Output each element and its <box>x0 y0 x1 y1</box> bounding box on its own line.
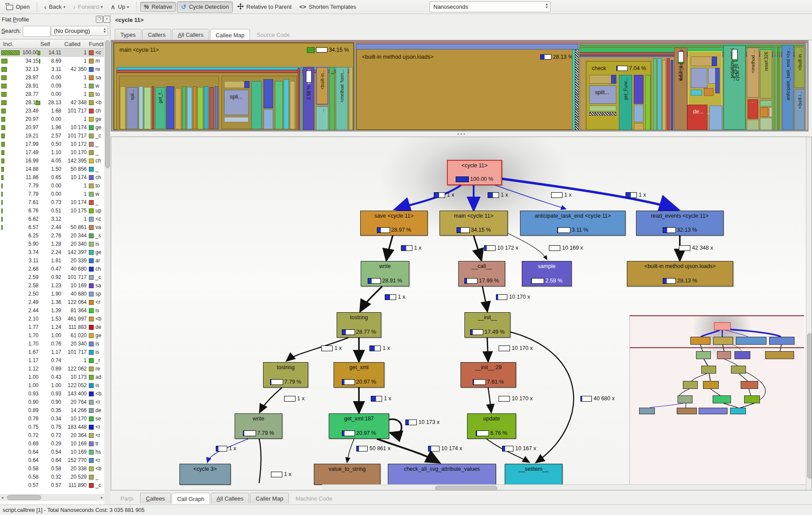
treemap-block[interactable] <box>144 87 151 129</box>
treemap-block[interactable]: anticipate_task_end <cy... <box>782 45 794 130</box>
treemap-block[interactable] <box>197 87 203 129</box>
treemap-block[interactable] <box>760 100 772 106</box>
shorten-templates-toggle[interactable]: <> Shorten Templates <box>296 2 359 11</box>
table-row[interactable]: 28.970.001sa <box>0 74 104 82</box>
table-row[interactable]: 0.890.3514 266de <box>0 406 104 415</box>
table-row[interactable]: 20.970.001ge <box>0 115 104 123</box>
table-row[interactable]: 6.760.5110 175up <box>0 207 104 215</box>
table-row[interactable]: 28.910.091w <box>0 82 104 90</box>
table-row[interactable]: 1.000.4310 173ad <box>0 373 104 381</box>
tab-all-callees[interactable]: All Callees <box>211 493 249 504</box>
treemap-block[interactable] <box>290 81 295 129</box>
forward-button[interactable]: › Forward ▾ <box>70 2 106 11</box>
graph-node-value-to-string[interactable]: value_to_string <box>314 464 380 485</box>
up-button[interactable]: ∧ Up ▾ <box>107 2 132 11</box>
tab-callee-map[interactable]: Callee Map <box>210 29 250 40</box>
treemap-block[interactable] <box>251 81 262 129</box>
graph-overview-minimap[interactable] <box>629 315 804 484</box>
treemap-block[interactable]: <method 'form... <box>336 67 348 130</box>
treemap-block[interactable] <box>645 75 650 130</box>
treemap-block[interactable] <box>805 42 808 130</box>
treemap-block[interactable] <box>760 118 772 130</box>
table-row[interactable]: 7.790.001to <box>0 182 104 190</box>
treemap-block[interactable] <box>152 86 154 129</box>
table-row[interactable]: 28.770.001to <box>0 90 104 99</box>
treemap-block[interactable] <box>747 120 759 130</box>
table-row[interactable]: 6.572.4450 861va <box>0 223 104 232</box>
graph-node-save-cycle-11-[interactable]: save <cycle 11>28.97 % <box>360 211 428 236</box>
treemap-block[interactable]: de... <box>687 105 707 130</box>
close-dock-icon[interactable]: × <box>103 16 110 23</box>
treemap-block[interactable] <box>777 47 779 130</box>
treemap-block[interactable] <box>712 56 717 66</box>
tab-call-graph[interactable]: Call Graph <box>172 493 210 504</box>
grouping-combobox[interactable]: (No Grouping) ▴▾ <box>51 26 108 36</box>
table-row[interactable]: 23.491.68101 717ch <box>0 107 104 115</box>
table-vertical-scrollbar[interactable] <box>105 39 110 504</box>
treemap-block[interactable] <box>182 86 186 129</box>
table-row[interactable]: 0.900.9020 764<r <box>0 398 104 406</box>
table-row[interactable]: 0.790.3410 170se <box>0 415 104 423</box>
treemap-block[interactable] <box>175 88 181 129</box>
table-row[interactable]: 0.720.7220 364<r <box>0 431 104 440</box>
table-row[interactable]: 32.133.1142 350re <box>0 65 104 74</box>
table-row[interactable]: 11.860.6510 174ch <box>0 173 104 182</box>
table-row[interactable]: 1.700.7620 340is <box>0 340 104 348</box>
treemap-block[interactable]: <method ... <box>747 48 759 98</box>
chevron-down-icon[interactable]: ▾ <box>127 5 129 9</box>
treemap-block[interactable] <box>298 68 300 130</box>
treemap-block[interactable] <box>691 90 702 95</box>
treemap-block[interactable] <box>662 60 666 130</box>
treemap-block[interactable]: r... <box>329 67 335 130</box>
chevron-down-icon[interactable]: ▾ <box>101 5 103 9</box>
tab-all-callers[interactable]: All Callers <box>172 29 209 40</box>
table-horizontal-scrollbar[interactable]: ◂ ▸ <box>0 494 104 501</box>
treemap-block[interactable] <box>773 47 775 130</box>
table-header[interactable]: Incl.SelfCalledFunction <box>0 39 104 49</box>
table-row[interactable]: 1.120.89122 062re <box>0 365 104 373</box>
table-row[interactable]: 34.158.691m <box>0 57 104 65</box>
graph-node-tostring[interactable]: tostring28.77 % <box>337 312 381 338</box>
table-row[interactable]: 3.111.8120 339ar <box>0 257 104 265</box>
table-row[interactable]: 0.640.5410 169hs <box>0 448 104 456</box>
table-row[interactable]: 0.930.93143 400<b <box>0 390 104 398</box>
treemap-block[interactable]: <built-in ... <box>794 47 805 88</box>
treemap-block[interactable] <box>193 86 197 129</box>
treemap-block[interactable]: <built-i... <box>794 89 805 130</box>
table-row[interactable]: 0.580.5820 338<b <box>0 465 104 473</box>
table-row[interactable]: 100.0014.111<c <box>0 49 104 57</box>
tab-source-code[interactable]: Source Code <box>251 29 295 40</box>
table-row[interactable]: 5.901.2820 340is <box>0 240 104 248</box>
treemap-block[interactable] <box>634 75 643 104</box>
table-row[interactable]: 14.881.5050 856_ <box>0 165 104 173</box>
table-row[interactable]: 16.994.05142 395ch <box>0 157 104 165</box>
graph-vertical-scrollbar[interactable] <box>806 137 812 490</box>
call-graph[interactable]: <cycle 11>100.00 %save <cycle 11>28.97 %… <box>111 137 812 490</box>
treemap-block[interactable]: ... <box>316 106 328 130</box>
table-row[interactable]: 17.990.5010 172_ <box>0 140 104 148</box>
treemap-block[interactable] <box>775 47 777 130</box>
treemap-block[interactable] <box>589 112 616 116</box>
graph-node--cycle-11-[interactable]: <cycle 11>100.00 % <box>447 160 502 185</box>
treemap-block[interactable] <box>215 86 218 129</box>
table-row[interactable]: 2.590.92101 717_c <box>0 273 104 282</box>
cycle-detection-toggle[interactable]: ↺ Cycle Detection <box>177 1 233 13</box>
table-row[interactable]: 0.570.57111 890_c <box>0 481 104 490</box>
treemap-block[interactable] <box>264 109 273 129</box>
table-row[interactable]: 17.491.1010 170_ <box>0 148 104 157</box>
treemap-block[interactable]: split... <box>589 85 616 104</box>
treemap-block[interactable] <box>653 58 657 130</box>
treemap-block[interactable]: : <box>748 99 758 119</box>
treemap-block[interactable] <box>349 67 353 130</box>
table-row[interactable]: 2.101.53461 997<b <box>0 315 104 323</box>
table-row[interactable]: 1.671.17101 717is <box>0 348 104 356</box>
open-button[interactable]: Open <box>3 2 33 11</box>
callee-map[interactable]: main <cycle 11>34.15 %spli...get_f...spl… <box>111 40 808 131</box>
float-dock-icon[interactable]: ❐ <box>96 16 103 23</box>
table-row[interactable]: 7.610.7310 174_ <box>0 198 104 207</box>
treemap-block[interactable] <box>356 44 578 49</box>
table-row[interactable]: 1.771.24111 883de <box>0 323 104 332</box>
treemap-block[interactable] <box>187 87 192 129</box>
table-row[interactable]: 0.580.3220 529_ <box>0 473 104 481</box>
table-row[interactable]: 7.790.001w <box>0 190 104 198</box>
